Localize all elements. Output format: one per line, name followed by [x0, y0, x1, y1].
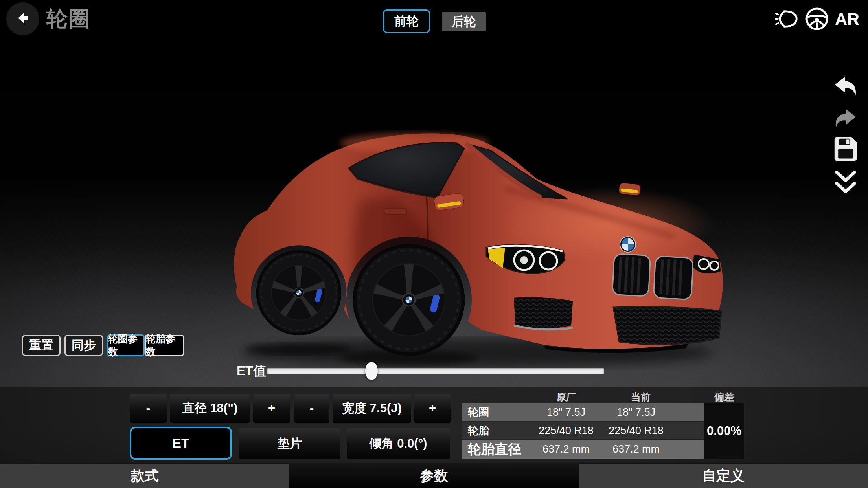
width-plus-button[interactable]: +: [414, 394, 451, 423]
tab-front-wheel-label: 前轮: [394, 13, 419, 29]
sync-label: 同步: [72, 337, 96, 354]
headlight-toggle-button[interactable]: [775, 9, 800, 29]
column-header-original: 原厂: [531, 391, 601, 404]
row-original-value: 225/40 R18: [531, 425, 601, 437]
minus-label: -: [146, 401, 150, 415]
reset-label: 重置: [29, 337, 53, 354]
undo-button[interactable]: [832, 73, 859, 101]
row-current-value: 225/40 R18: [601, 425, 671, 437]
spacer-mode-button[interactable]: 垫片: [239, 428, 340, 459]
reset-button[interactable]: 重置: [22, 335, 61, 356]
diameter-minus-button[interactable]: -: [130, 394, 167, 423]
collapse-panel-button[interactable]: [832, 169, 859, 196]
redo-icon: [833, 108, 858, 130]
tire-params-button[interactable]: 轮胎参数: [145, 335, 184, 356]
camber-mode-button[interactable]: 倾角 0.0(°): [347, 428, 450, 459]
double-chevron-down-icon: [834, 169, 857, 196]
diameter-label: 直径 18("): [182, 400, 237, 416]
tab-rear-wheel-label: 后轮: [452, 13, 476, 30]
row-label: 轮胎直径: [462, 440, 531, 459]
ar-mode-button[interactable]: AR: [835, 9, 859, 29]
column-header-current: 当前: [605, 391, 676, 404]
tab-custom-label: 自定义: [702, 466, 745, 486]
table-row-tire-diameter: 轮胎直径 637.2 mm 637.2 mm: [462, 440, 704, 459]
plus-label: +: [268, 401, 275, 415]
width-minus-button[interactable]: -: [294, 394, 329, 423]
diameter-plus-button[interactable]: +: [253, 394, 290, 423]
row-current-value: 637.2 mm: [601, 443, 671, 455]
headlight-icon: [775, 9, 800, 29]
row-label: 轮胎: [462, 424, 531, 438]
undo-icon: [833, 75, 859, 99]
diameter-value-button[interactable]: 直径 18("): [170, 394, 250, 423]
back-arrow-icon: [14, 9, 32, 29]
et-slider-track[interactable]: [267, 368, 604, 374]
rim-params-button[interactable]: 轮圈参数: [107, 334, 145, 356]
et-slider-label: ET值: [237, 362, 266, 380]
wheel-configurator-app: 轮圈 前轮 后轮 AR: [0, 0, 868, 488]
table-row-tire: 轮胎 225/40 R18 225/40 R18: [462, 422, 704, 439]
et-mode-button[interactable]: ET: [130, 427, 232, 460]
minus-label: -: [310, 401, 314, 415]
table-row-rim: 轮圈 18" 7.5J 18" 7.5J: [462, 403, 704, 421]
et-slider[interactable]: [267, 360, 604, 380]
tab-rear-wheel[interactable]: 后轮: [442, 12, 486, 31]
tire-params-label: 轮胎参数: [146, 332, 183, 358]
interior-view-button[interactable]: [804, 6, 829, 31]
tab-style-label: 款式: [131, 466, 159, 486]
row-current-value: 18" 7.5J: [601, 406, 671, 418]
et-slider-thumb[interactable]: [365, 362, 378, 380]
column-header-deviation: 偏差: [705, 391, 743, 404]
sync-button[interactable]: 同步: [64, 335, 103, 356]
deviation-value: 0.00%: [704, 403, 744, 459]
tab-style[interactable]: 款式: [0, 463, 289, 488]
tab-parameters-label: 参数: [420, 466, 448, 486]
back-button[interactable]: [6, 2, 39, 35]
tab-front-wheel[interactable]: 前轮: [383, 9, 430, 33]
row-label: 轮圈: [462, 405, 531, 419]
camber-label: 倾角 0.0(°): [370, 435, 427, 452]
row-original-value: 18" 7.5J: [531, 406, 601, 418]
save-disk-icon: [833, 136, 858, 162]
width-value-button[interactable]: 宽度 7.5(J): [333, 394, 411, 423]
tab-custom[interactable]: 自定义: [579, 463, 868, 488]
redo-button[interactable]: [832, 105, 859, 133]
steering-wheel-icon: [804, 6, 829, 31]
width-label: 宽度 7.5(J): [342, 400, 402, 416]
spacer-label: 垫片: [278, 435, 302, 452]
row-original-value: 637.2 mm: [531, 443, 601, 455]
page-title: 轮圈: [46, 5, 91, 33]
save-button[interactable]: [832, 135, 859, 163]
et-label: ET: [172, 436, 189, 451]
plus-label: +: [429, 401, 436, 415]
rim-params-label: 轮圈参数: [108, 332, 143, 358]
tab-parameters[interactable]: 参数: [289, 463, 579, 488]
